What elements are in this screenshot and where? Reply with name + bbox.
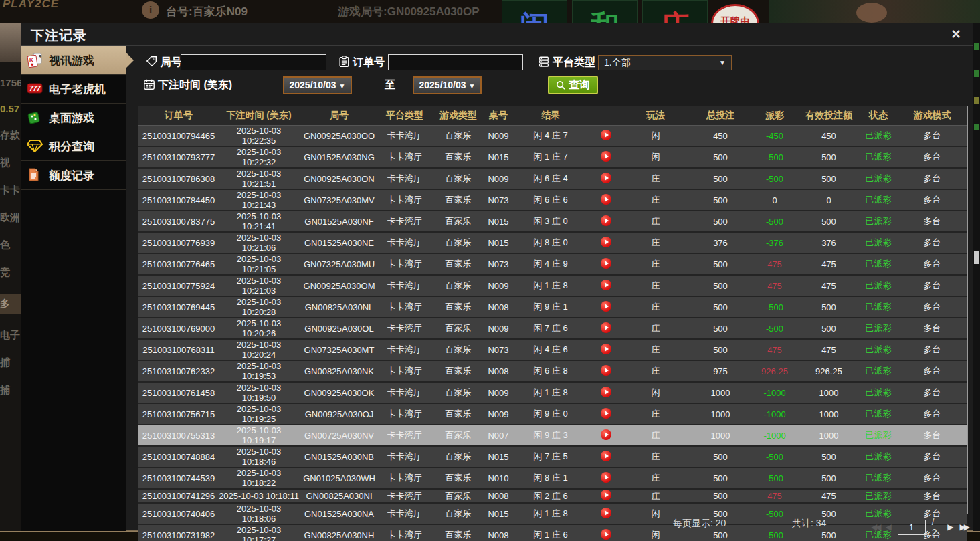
header-cell: 有效投注额 (798, 110, 860, 122)
table-row[interactable]: 2510031007683112025-10-03 10:20:24GN0732… (138, 338, 967, 360)
platform-select[interactable]: 1.全部▼ (598, 55, 732, 70)
table-row[interactable]: 2510031007614582025-10-03 10:19:50GN0092… (138, 381, 967, 403)
cell-status: 已派彩 (860, 322, 897, 334)
cell-game-type: 百家乐 (430, 215, 486, 227)
calendar-icon (143, 78, 155, 90)
sidebar-item-3[interactable]: 积分查询 (21, 132, 126, 161)
cell-game-type: 百家乐 (430, 490, 486, 502)
cell-play-type: 庄 (621, 429, 690, 441)
cell-total-bet: 500 (690, 259, 751, 269)
table-row[interactable]: 2510031007944652025-10-03 10:22:35GN0092… (138, 126, 967, 146)
last-page-icon[interactable]: ▶▶ (960, 522, 968, 532)
cell-total-bet: 500 (690, 452, 751, 462)
cell-total-bet: 500 (690, 491, 751, 501)
play-video-icon[interactable] (601, 194, 611, 205)
cell-game-mode: 多台 (897, 130, 967, 142)
cell-game-type: 百家乐 (430, 451, 486, 463)
sidebar-item-0[interactable]: 9K♥视讯游戏 (21, 46, 126, 75)
table-row[interactable]: 2510031007837752025-10-03 10:21:41GN0152… (138, 210, 967, 231)
cell-total-bet: 500 (690, 195, 751, 205)
date-to-select[interactable]: 2025/10/03▼ (413, 76, 482, 94)
cell-order-id: 251003100748884 (138, 452, 219, 462)
cell-game-mode: 多台 (897, 173, 967, 185)
cell-round-id: GN00825A030NK (299, 366, 379, 376)
table-row[interactable]: 2510031007690002025-10-03 10:20:26GN0092… (138, 317, 967, 338)
play-video-icon[interactable] (601, 387, 611, 397)
cell-bet-time: 2025-10-03 10:21:05 (219, 254, 299, 274)
play-video-icon[interactable] (601, 490, 611, 500)
play-video-icon[interactable] (601, 151, 611, 162)
order-input[interactable] (388, 54, 523, 70)
table-row[interactable]: 2510031007863082025-10-03 10:21:51GN0092… (138, 167, 967, 189)
cell-valid-bet: 1000 (798, 431, 860, 441)
table-row[interactable]: 2510031007937772025-10-03 10:22:32GN0152… (138, 146, 967, 167)
play-video-icon[interactable] (601, 173, 611, 183)
prev-page-icon[interactable]: ◀ (885, 522, 891, 532)
cell-game-mode: 多台 (897, 322, 967, 334)
cell-valid-bet: 376 (798, 238, 860, 248)
cell-valid-bet: 450 (798, 131, 860, 141)
table-row[interactable]: 2510031007759242025-10-03 10:21:03GN0092… (138, 274, 967, 296)
cell-replay (591, 194, 621, 207)
cell-platform: 卡卡湾厅 (379, 322, 430, 334)
cell-order-id: 251003100768311 (138, 345, 219, 355)
round-input[interactable] (181, 54, 326, 70)
cell-platform: 卡卡湾厅 (379, 387, 430, 399)
page-number-input[interactable] (898, 520, 926, 535)
cell-platform: 卡卡湾厅 (379, 237, 430, 249)
sidebar-item-2[interactable]: 桌面游戏 (21, 104, 126, 132)
play-video-icon[interactable] (601, 472, 611, 483)
header-cell: 总投注 (690, 110, 751, 122)
search-button[interactable]: 查询 (548, 76, 598, 94)
table-row[interactable]: 2510031007445392025-10-03 10:18:22GN0102… (138, 467, 967, 488)
play-video-icon[interactable] (601, 237, 611, 247)
date-range-to-label: 至 (385, 78, 395, 92)
cell-result: 闲 4 庄 6 (510, 344, 591, 356)
table-row[interactable]: 2510031007623322025-10-03 10:19:53GN0082… (138, 360, 967, 381)
cell-order-id: 251003100744539 (138, 473, 219, 483)
cell-bet-time: 2025-10-03 10:19:17 (219, 425, 299, 445)
cell-round-id: GN01525A030NB (299, 452, 379, 462)
close-icon[interactable]: × (951, 25, 961, 43)
play-video-icon[interactable] (601, 429, 611, 440)
cell-total-bet: 500 (690, 324, 751, 334)
sidebar-item-4[interactable]: 额度记录 (21, 161, 126, 190)
svg-text:777: 777 (29, 85, 41, 92)
next-page-icon[interactable]: ▶ (947, 522, 953, 532)
cell-game-mode: 多台 (897, 301, 967, 313)
cell-game-type: 百家乐 (430, 408, 486, 420)
cell-platform: 卡卡湾厅 (379, 194, 430, 206)
date-from-select[interactable]: 2025/10/03▼ (283, 76, 352, 94)
table-row[interactable]: 2510031007412962025-10-03 10:18:11GN0082… (138, 488, 967, 502)
cell-status: 已派彩 (860, 130, 897, 142)
play-video-icon[interactable] (601, 258, 611, 269)
first-page-icon[interactable]: ◀◀ (871, 522, 879, 532)
play-video-icon[interactable] (601, 344, 611, 354)
play-video-icon[interactable] (601, 451, 611, 461)
play-video-icon[interactable] (601, 280, 611, 290)
play-video-icon[interactable] (601, 322, 611, 333)
table-row[interactable]: 2510031007553132025-10-03 10:19:17GN0072… (138, 424, 967, 445)
avatar (0, 23, 21, 62)
cell-payout: 926.25 (751, 366, 798, 376)
table-row[interactable]: 2510031007694452025-10-03 10:20:28GN0082… (138, 296, 967, 317)
server-list-icon (538, 56, 550, 68)
play-video-icon[interactable] (601, 301, 611, 312)
table-row[interactable]: 2510031007567152025-10-03 10:19:25GN0092… (138, 403, 967, 424)
sidebar-item-1[interactable]: 777电子老虎机 (21, 75, 126, 104)
play-video-icon[interactable] (601, 130, 611, 140)
table-row[interactable]: 2510031007764652025-10-03 10:21:05GN0732… (138, 253, 967, 274)
cell-payout: 0 (751, 195, 798, 205)
cell-platform: 卡卡湾厅 (379, 173, 430, 185)
cell-table-no: N009 (486, 409, 510, 419)
cell-game-mode: 多台 (897, 408, 967, 420)
table-row[interactable]: 2510031007769392025-10-03 10:21:06GN0152… (138, 231, 967, 253)
cell-replay (591, 322, 621, 335)
table-row[interactable]: 2510031007488842025-10-03 10:18:46GN0152… (138, 445, 967, 467)
table-row[interactable]: 2510031007844502025-10-03 10:21:43GN0732… (138, 189, 967, 210)
play-video-icon[interactable] (601, 408, 611, 419)
cell-table-no: N073 (486, 195, 510, 205)
play-video-icon[interactable] (601, 365, 611, 376)
cell-game-mode: 多台 (897, 429, 967, 441)
play-video-icon[interactable] (601, 215, 611, 226)
